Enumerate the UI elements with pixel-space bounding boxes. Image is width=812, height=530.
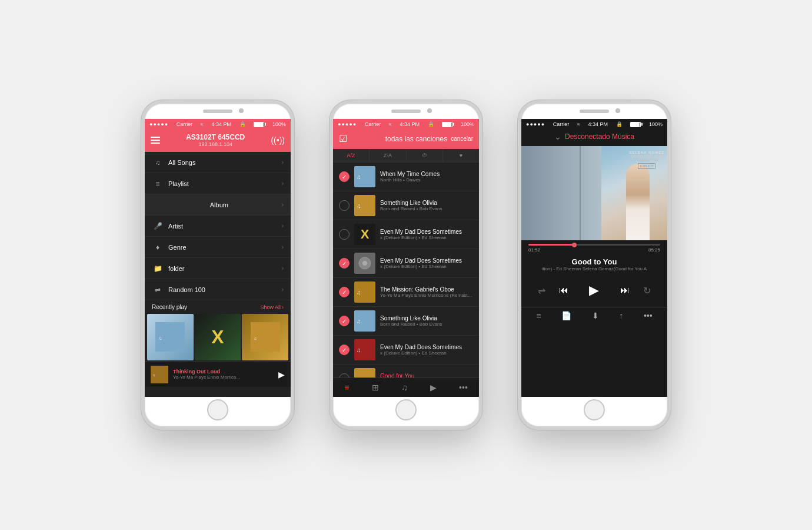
lyrics-icon[interactable]: 📄: [561, 311, 571, 320]
checkbox-icon[interactable]: ☑: [339, 133, 347, 144]
song-art-5: ♫: [354, 281, 375, 303]
chevron-right-icon-6: ›: [282, 265, 284, 271]
song-title-6: Something Like Olivia: [380, 315, 473, 322]
filter-az[interactable]: A/Z: [333, 149, 370, 162]
song-check-3[interactable]: [339, 229, 350, 240]
song-check-5[interactable]: ✓: [339, 287, 350, 297]
more-icon-player[interactable]: •••: [644, 311, 653, 320]
song-check-2[interactable]: [339, 200, 350, 211]
more-icon-bottom[interactable]: •••: [459, 383, 468, 392]
song-list: ✓ ♫ When My Time Comes North Hills • Daw…: [333, 163, 479, 377]
menu-artist[interactable]: 🎤 Artist ›: [145, 216, 291, 237]
song-meta-2: Born and Raised • Bob Evans: [380, 206, 473, 211]
song-item-4[interactable]: ✓ Even My Dad Does Sometimes x (Deluxe E…: [333, 249, 479, 278]
song-meta-1: North Hills • Dawes: [380, 177, 473, 183]
wifi-1: ≈: [201, 121, 204, 127]
queue-icon-bottom[interactable]: ⊞: [372, 383, 379, 392]
menu-genre[interactable]: ♦ Genre ›: [145, 237, 291, 258]
filter-za[interactable]: Z·A: [370, 149, 406, 162]
song-item-7[interactable]: ✓ ♫ Even My Dad Does Sometimes x (Deluxe…: [333, 336, 479, 365]
album-thumb-2[interactable]: X: [195, 314, 241, 360]
song-item-8[interactable]: ♫ Good for You Born and Raised • Bob Eva…: [333, 365, 479, 377]
show-all-link[interactable]: Show All ›: [260, 304, 284, 310]
svg-text:♫: ♫: [152, 373, 155, 377]
menu-folder[interactable]: 📁 folder ›: [145, 258, 291, 279]
song-title-7: Even My Dad Does Sometimes: [380, 344, 473, 350]
carrier-2: Carrier: [365, 121, 381, 127]
song-check-7[interactable]: ✓: [339, 344, 350, 355]
svg-text:♫: ♫: [254, 336, 257, 340]
share-icon[interactable]: ↑: [619, 311, 623, 320]
phone1-header: AS3102T 645CCD 192.168.1.104 ((•)): [145, 130, 291, 152]
song-art-1: ♫: [354, 166, 375, 187]
song-meta-3: x (Deluxe Edition) • Ed Sheeran: [380, 235, 473, 240]
download-icon[interactable]: ⬇: [592, 311, 599, 320]
song-art-7: ♫: [354, 339, 375, 360]
album-thumb-1[interactable]: ♫: [147, 314, 194, 360]
play-pause-button[interactable]: ▶: [583, 279, 606, 302]
next-button[interactable]: ⏭: [620, 285, 630, 296]
shuffle-control-icon[interactable]: ⇌: [538, 285, 545, 296]
carrier-3: Carrier: [553, 121, 570, 127]
playlist-title: todas las canciones: [385, 135, 447, 143]
phone3-header: ⌄ Desconectado Música: [521, 130, 667, 146]
np-play-button[interactable]: ▶: [278, 370, 285, 379]
song-info-7: Even My Dad Does Sometimes x (Deluxe Edi…: [380, 344, 473, 356]
cancel-button[interactable]: cancelar: [451, 135, 473, 142]
album-title-overlay: SELENA GOMEZ GOOD FOR YOU FT. A$AP ROCKY…: [629, 151, 664, 169]
menu-random[interactable]: ⇌ Random 100 ›: [145, 279, 291, 300]
svg-text:♫: ♫: [357, 174, 361, 180]
song-item-6[interactable]: ✓ ♫ Something Like Olivia Born and Raise…: [333, 307, 479, 336]
player-song-title: Good to You: [528, 257, 660, 266]
song-check-8[interactable]: [339, 373, 350, 377]
phone-3-player: ●●●●● Carrier ≈ 4:34 PM 🔒 100% ⌄ Descone…: [518, 100, 671, 430]
wifi-signal-icon[interactable]: ((•)): [271, 135, 285, 145]
song-check-1[interactable]: ✓: [339, 171, 350, 182]
chevron-right-icon-7: ›: [282, 286, 284, 293]
shuffle-icon: ⇌: [152, 286, 164, 294]
song-info-2: Something Like Olivia Born and Raised • …: [380, 200, 473, 211]
menu-playlist[interactable]: ≡ Playlist ›: [145, 173, 291, 194]
prev-button[interactable]: ⏮: [559, 285, 568, 296]
album-art-large: SELENA GOMEZ GOOD FOR YOU FT. A$AP ROCKY…: [521, 146, 667, 240]
progress-track[interactable]: [528, 244, 660, 246]
song-item-2[interactable]: ♫ Something Like Olivia Born and Raised …: [333, 191, 479, 220]
chevron-right-icon-3: ›: [282, 201, 284, 208]
progress-section: 01:52 05:25: [521, 240, 667, 255]
menu-album[interactable]: Album ›: [145, 194, 291, 216]
progress-handle[interactable]: [572, 243, 577, 247]
queue-list-icon[interactable]: ≡: [536, 311, 541, 320]
song-item-3[interactable]: X Even My Dad Does Sometimes x (Deluxe E…: [333, 220, 479, 249]
now-playing-bar[interactable]: ♫ Thinking Out Loud Yo-Yo Ma Plays Ennio…: [145, 362, 291, 387]
home-button-2[interactable]: [395, 399, 417, 420]
filter-time[interactable]: ⏱: [407, 149, 443, 162]
svg-text:♫: ♫: [357, 347, 361, 353]
folder-icon: 📁: [152, 264, 164, 273]
song-check-6[interactable]: ✓: [339, 316, 350, 326]
album-thumb-3[interactable]: ♫: [242, 314, 288, 360]
song-item-5[interactable]: ✓ ♫ The Mission: Gabriel's Oboe Yo-Yo Ma…: [333, 278, 479, 307]
song-check-4[interactable]: ✓: [339, 258, 350, 269]
song-item-1[interactable]: ✓ ♫ When My Time Comes North Hills • Daw…: [333, 163, 479, 191]
artist-label: Artist: [168, 223, 282, 230]
repeat-icon[interactable]: ↻: [643, 285, 651, 296]
album-art-brown: ♫: [242, 314, 288, 360]
home-button-1[interactable]: [207, 399, 228, 420]
music-icon-bottom[interactable]: ♫: [401, 383, 408, 392]
time-3: 4:34 PM: [588, 121, 608, 127]
menu-all-songs[interactable]: ♫ All Songs ›: [145, 152, 291, 173]
down-chevron-icon[interactable]: ⌄: [554, 132, 561, 141]
chevron-right-icon: ›: [282, 159, 284, 165]
chevron-right-icon-4: ›: [282, 223, 284, 229]
play-icon-bottom[interactable]: ▶: [430, 383, 437, 392]
filter-bar: A/Z Z·A ⏱ ♥: [333, 149, 479, 163]
album-art-green: X: [195, 314, 241, 360]
battery-2: [442, 122, 452, 127]
playlist-icon-bottom[interactable]: ≡: [344, 383, 349, 392]
svg-text:♫: ♫: [357, 289, 361, 296]
home-button-3[interactable]: [584, 399, 605, 420]
filter-heart[interactable]: ♥: [443, 149, 479, 162]
song-title-1: When My Time Comes: [380, 171, 473, 177]
menu-icon[interactable]: [151, 137, 160, 144]
np-subtitle: Yo-Yo Ma Plays Ennio Morrico...: [173, 375, 274, 380]
